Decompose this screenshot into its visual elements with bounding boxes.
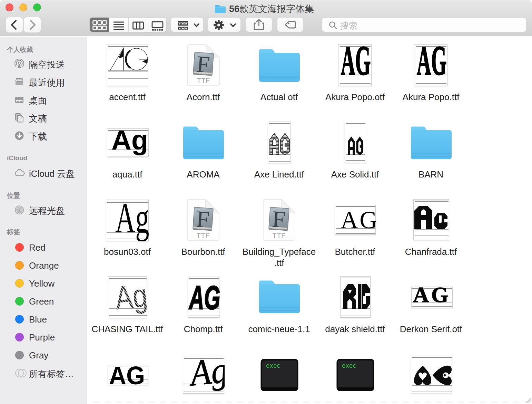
svg-text:TTF: TTF <box>197 232 210 239</box>
svg-text:F: F <box>196 51 210 78</box>
svg-text:exec: exec <box>266 363 280 369</box>
svg-text:AG: AG <box>189 279 220 316</box>
svg-text:Ag: Ag <box>111 129 148 155</box>
svg-text:AG: AG <box>109 365 145 385</box>
svg-text:F: F <box>195 206 210 233</box>
svg-text:TTF: TTF <box>273 232 286 239</box>
svg-text:exec: exec <box>342 363 356 369</box>
svg-text:AG: AG <box>341 45 371 84</box>
svg-text:AG: AG <box>341 206 376 233</box>
svg-text:Ag: Ag <box>186 356 225 394</box>
svg-text:TTF: TTF <box>197 77 210 84</box>
svg-text:Ag: Ag <box>115 200 149 241</box>
svg-text:Ag: Ag <box>114 277 147 316</box>
svg-text:AG: AG <box>417 45 446 84</box>
svg-text:F: F <box>271 206 286 233</box>
svg-text:AG: AG <box>413 287 451 307</box>
